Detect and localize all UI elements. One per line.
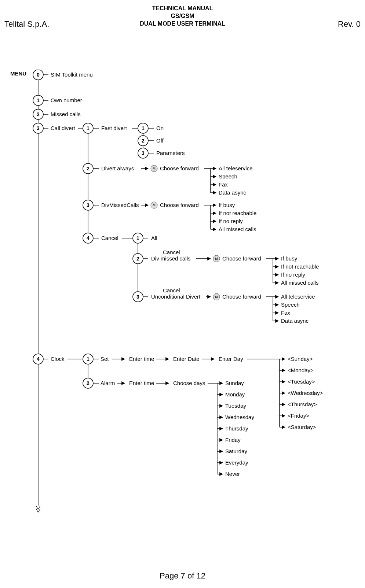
page-header: TECHNICAL MANUAL GS/GSM DUAL MODE USER T…: [4, 4, 361, 29]
svg-text:4: 4: [87, 235, 90, 241]
manual-page: TECHNICAL MANUAL GS/GSM DUAL MODE USER T…: [0, 0, 365, 588]
item-cancel: Cancel: [101, 235, 118, 241]
svg-text:Fax: Fax: [281, 310, 291, 316]
svg-text:2: 2: [37, 111, 40, 117]
action-choose-forward-3: Choose forward: [222, 255, 261, 262]
header-company: Telital S.p.A.: [4, 19, 49, 29]
svg-text:Wednesday: Wednesday: [225, 414, 254, 420]
item-clock-alarm: Alarm: [101, 380, 115, 386]
svg-text:1: 1: [142, 125, 145, 131]
item-fast-divert-params: Parameters: [156, 150, 185, 156]
menu-root-label: MENU: [10, 70, 26, 77]
page-number: Page 7 of 12: [0, 571, 365, 581]
svg-text:All missed calls: All missed calls: [281, 280, 319, 286]
action-choose-forward-1: Choose forward: [160, 165, 199, 171]
item-clock: Clock: [51, 356, 65, 362]
header-title-1: TECHNICAL MANUAL: [4, 4, 361, 12]
svg-text:All teleservice: All teleservice: [219, 165, 253, 171]
step-enter-day: Enter Day: [219, 356, 243, 362]
svg-text:Thursday: Thursday: [225, 425, 248, 432]
opts-divert-always: All teleservice Speech Fax Data async: [211, 165, 253, 196]
svg-text:1: 1: [87, 125, 90, 131]
svg-text:0: 0: [37, 72, 40, 78]
svg-text:All teleservice: All teleservice: [281, 293, 315, 300]
svg-text:Data async: Data async: [281, 318, 309, 324]
svg-text:Data async: Data async: [219, 189, 247, 196]
item-fast-divert-on: On: [156, 125, 164, 131]
svg-text:Monday: Monday: [225, 391, 245, 397]
svg-text:<Sunday>: <Sunday>: [288, 356, 313, 362]
svg-text:2: 2: [87, 166, 90, 171]
svg-text:Speech: Speech: [219, 173, 237, 180]
opts-cancel-uncond: All teleservice Speech Fax Data async: [273, 293, 315, 324]
svg-text:All missed calls: All missed calls: [219, 226, 256, 232]
item-clock-set: Set: [101, 356, 109, 362]
step-choose-days: Choose days: [173, 380, 205, 386]
item-missed-calls: Missed calls: [51, 111, 81, 117]
header-rule: [4, 36, 361, 36]
item-cancel-uncond-l2: Unconditional Divert: [151, 293, 201, 300]
svg-text:3: 3: [142, 150, 145, 156]
item-divert-always: Divert always: [101, 165, 134, 171]
footer-rule: [4, 565, 361, 565]
svg-text:<Thursday>: <Thursday>: [288, 401, 317, 407]
item-own-number: Own number: [51, 97, 82, 103]
svg-text:1: 1: [37, 97, 40, 103]
item-fast-divert-off: Off: [156, 137, 164, 144]
svg-text:1: 1: [136, 235, 139, 241]
step-enter-date: Enter Date: [173, 356, 200, 362]
step-enter-time-1: Enter time: [129, 356, 154, 362]
svg-text:If busy: If busy: [281, 255, 298, 262]
svg-text:If not reachable: If not reachable: [219, 210, 256, 216]
opts-cancel-divmissed: If busy If not reachable If no reply All…: [273, 255, 319, 286]
step-enter-time-2: Enter time: [129, 380, 154, 386]
action-choose-forward-2: Choose forward: [160, 202, 199, 208]
item-cancel-divmissed-l1: Cancel: [163, 249, 180, 255]
svg-text:<Wednesday>: <Wednesday>: [288, 390, 323, 396]
svg-text:<Friday>: <Friday>: [288, 413, 309, 419]
svg-text:2: 2: [136, 256, 139, 262]
svg-text:2: 2: [142, 138, 145, 144]
svg-text:3: 3: [136, 294, 139, 300]
svg-text:<Saturday>: <Saturday>: [288, 424, 316, 430]
opts-alarm-days: Sunday Monday Tuesday Wednesday Thursday…: [217, 380, 254, 477]
svg-text:3: 3: [37, 125, 40, 131]
svg-text:If not reachable: If not reachable: [281, 263, 319, 270]
svg-text:Speech: Speech: [281, 302, 300, 308]
svg-text:Everyday: Everyday: [225, 459, 248, 466]
svg-text:<Monday>: <Monday>: [288, 367, 314, 373]
svg-text:Fax: Fax: [219, 181, 228, 188]
svg-text:Saturday: Saturday: [225, 448, 248, 454]
svg-text:If no reply: If no reply: [219, 218, 243, 224]
svg-text:If busy: If busy: [219, 202, 235, 208]
header-title-2: GS/GSM: [4, 12, 361, 20]
svg-text:Never: Never: [225, 471, 240, 477]
svg-text:3: 3: [87, 202, 90, 208]
action-choose-forward-4: Choose forward: [222, 293, 261, 300]
item-cancel-divmissed-l2: Div missed calls: [151, 255, 191, 262]
menu-tree-diagram: M 0 SIM Toolkit menu 1 Own number 2 Miss…: [31, 70, 361, 548]
svg-text:Sunday: Sunday: [225, 380, 244, 386]
svg-text:4: 4: [37, 356, 40, 362]
svg-text:Friday: Friday: [225, 437, 241, 443]
svg-text:2: 2: [87, 380, 90, 386]
item-cancel-uncond-l1: Cancel: [163, 287, 180, 293]
svg-text:Tuesday: Tuesday: [225, 403, 246, 409]
opts-div-missed: If busy If not reachable If no reply All…: [211, 202, 256, 232]
item-cancel-all: All: [151, 235, 157, 241]
svg-text:<Tuesday>: <Tuesday>: [288, 378, 315, 385]
item-sim-toolkit: SIM Toolkit menu: [51, 71, 93, 78]
item-fast-divert: Fast divert: [101, 125, 127, 131]
item-call-divert: Call divert: [51, 125, 76, 131]
header-revision: Rev. 0: [338, 19, 361, 29]
svg-text:If no reply: If no reply: [281, 271, 305, 278]
opts-set-day: <Sunday> <Monday> <Tuesday> <Wednesday> …: [280, 356, 323, 430]
item-div-missed-calls: DivMissedCalls: [101, 202, 139, 208]
svg-text:1: 1: [87, 356, 90, 362]
